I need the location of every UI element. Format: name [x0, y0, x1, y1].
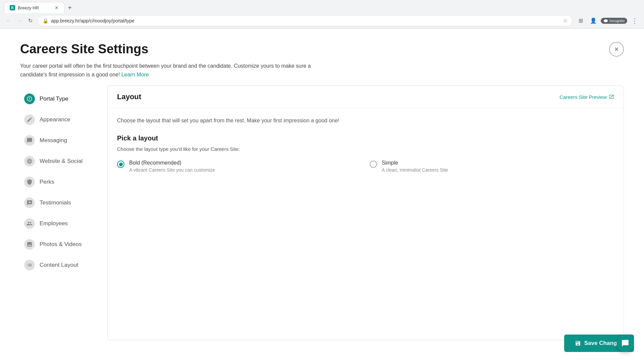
- layout-option-simple-info: Simple A clean, minimalist Careers Site: [382, 160, 614, 173]
- sidebar-item-employees[interactable]: Employees: [20, 214, 94, 234]
- bold-label: Bold (Recommended): [129, 160, 362, 166]
- pick-layout-desc: Choose the layout type you'd like for yo…: [117, 146, 614, 152]
- simple-desc: A clean, minimalist Careers Site: [382, 167, 614, 173]
- radio-bold[interactable]: [117, 161, 124, 168]
- layout-options: Bold (Recommended) A vibrant Careers Sit…: [117, 160, 614, 173]
- sidebar-item-portal-type[interactable]: Portal Type: [20, 89, 94, 109]
- page-header: Careers Site Settings Your career portal…: [0, 28, 644, 85]
- messaging-icon: [24, 135, 35, 146]
- external-link-icon: [609, 94, 614, 100]
- tab-title: Breezy HR: [18, 5, 39, 10]
- browser-chrome: B Breezy HR ✕ + ← → ↻ 🔒 ☆ ⊞ 👤 Incognito …: [0, 0, 644, 28]
- panel-description: Choose the layout that will set you apar…: [117, 118, 614, 124]
- sidebar-label-appearance: Appearance: [40, 116, 70, 123]
- reload-button[interactable]: ↻: [25, 16, 35, 25]
- incognito-label: Incognito: [609, 19, 625, 23]
- profile-button[interactable]: 👤: [588, 15, 599, 26]
- testimonials-icon: [24, 197, 35, 208]
- browser-toolbar-icons: ⊞ 👤 Incognito ⋮: [575, 15, 640, 26]
- url-input[interactable]: [51, 18, 560, 23]
- sidebar-label-messaging: Messaging: [40, 137, 67, 144]
- panel-body: Choose the layout that will set you apar…: [108, 108, 624, 340]
- active-tab[interactable]: B Breezy HR ✕: [4, 2, 64, 13]
- radio-simple[interactable]: [370, 161, 377, 168]
- sidebar-item-content-layout[interactable]: Content Layout: [20, 255, 94, 275]
- tab-bar: B Breezy HR ✕ +: [0, 0, 644, 13]
- incognito-icon: [603, 18, 608, 23]
- lock-icon: 🔒: [43, 18, 48, 23]
- website-social-icon: [24, 156, 35, 167]
- incognito-badge: Incognito: [601, 18, 627, 24]
- address-bar-row: ← → ↻ 🔒 ☆ ⊞ 👤 Incognito ⋮: [0, 13, 644, 28]
- sidebar-label-perks: Perks: [40, 179, 54, 185]
- sidebar-item-website-social[interactable]: Website & Social: [20, 151, 94, 171]
- layout-option-bold-info: Bold (Recommended) A vibrant Careers Sit…: [129, 160, 362, 173]
- back-button[interactable]: ←: [4, 16, 13, 25]
- content-panel: Layout Careers Site Preview Choose the l…: [107, 85, 624, 340]
- pick-layout-title: Pick a layout: [117, 134, 614, 142]
- sidebar-label-photos-videos: Photos & Videos: [40, 241, 82, 248]
- panel-header: Layout Careers Site Preview: [108, 86, 624, 108]
- simple-label: Simple: [382, 160, 614, 166]
- bookmark-icon[interactable]: ☆: [563, 17, 568, 24]
- perks-icon: [24, 177, 35, 187]
- panel-title: Layout: [117, 93, 141, 101]
- layout-option-simple[interactable]: Simple A clean, minimalist Careers Site: [370, 160, 614, 173]
- sidebar-item-photos-videos[interactable]: Photos & Videos: [20, 234, 94, 254]
- photos-videos-icon: [24, 239, 35, 250]
- sidebar: Portal Type Appearance Messaging: [20, 85, 94, 347]
- appearance-icon: [24, 114, 35, 125]
- chat-button[interactable]: [616, 335, 634, 352]
- new-tab-button[interactable]: +: [64, 2, 75, 13]
- chat-icon: [621, 339, 629, 347]
- sidebar-item-appearance[interactable]: Appearance: [20, 110, 94, 130]
- content-layout-icon: [24, 260, 35, 270]
- preview-link-label: Careers Site Preview: [559, 94, 607, 100]
- page-title: Careers Site Settings: [20, 42, 624, 56]
- page-content: Careers Site Settings Your career portal…: [0, 28, 644, 347]
- employees-icon: [24, 218, 35, 229]
- close-button[interactable]: ×: [609, 42, 624, 57]
- tab-favicon: B: [10, 5, 15, 10]
- learn-more-link[interactable]: Learn More: [121, 72, 149, 77]
- main-layout: Portal Type Appearance Messaging: [0, 85, 644, 347]
- portal-type-icon: [24, 94, 35, 104]
- sidebar-item-perks[interactable]: Perks: [20, 172, 94, 192]
- sidebar-label-employees: Employees: [40, 220, 68, 227]
- sidebar-label-portal-type: Portal Type: [40, 96, 68, 102]
- extensions-button[interactable]: ⊞: [575, 15, 586, 26]
- sidebar-item-messaging[interactable]: Messaging: [20, 130, 94, 150]
- sidebar-label-testimonials: Testimonials: [40, 199, 71, 206]
- nav-buttons: ← → ↻: [4, 16, 35, 25]
- tab-close-button[interactable]: ✕: [55, 5, 59, 10]
- save-icon: [575, 340, 581, 346]
- sidebar-item-testimonials[interactable]: Testimonials: [20, 193, 94, 213]
- sidebar-label-website-social: Website & Social: [40, 158, 83, 165]
- bold-desc: A vibrant Careers Site you can customize: [129, 167, 362, 173]
- sidebar-label-content-layout: Content Layout: [40, 262, 78, 268]
- more-options-button[interactable]: ⋮: [629, 15, 640, 26]
- forward-button[interactable]: →: [15, 16, 24, 25]
- layout-option-bold[interactable]: Bold (Recommended) A vibrant Careers Sit…: [117, 160, 362, 173]
- careers-site-preview-link[interactable]: Careers Site Preview: [559, 94, 614, 100]
- page-description: Your career portal will often be the fir…: [20, 62, 322, 79]
- address-bar[interactable]: 🔒 ☆: [38, 15, 573, 26]
